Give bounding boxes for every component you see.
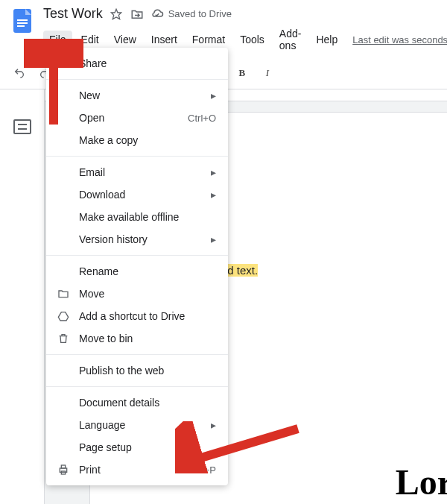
shortcut-text: Ctrl+O xyxy=(188,113,216,124)
menu-insert[interactable]: Insert xyxy=(145,31,183,48)
bold-button[interactable]: B xyxy=(232,63,253,84)
docs-logo[interactable] xyxy=(9,7,36,34)
menu-label: Language xyxy=(79,419,125,431)
menu-offline[interactable]: Make available offline xyxy=(46,206,228,228)
menu-label: Publish to the web xyxy=(79,365,164,377)
menu-label: Download xyxy=(79,189,125,201)
menu-label: Add a shortcut to Drive xyxy=(79,310,185,322)
menu-separator xyxy=(46,354,228,355)
saved-status[interactable]: Saved to Drive xyxy=(150,7,232,21)
menu-separator xyxy=(46,156,228,157)
menu-label: Make a copy xyxy=(79,134,138,146)
menu-separator xyxy=(46,255,228,256)
chevron-right-icon: ▸ xyxy=(211,189,216,201)
menu-email[interactable]: Email▸ xyxy=(46,161,228,183)
menu-help[interactable]: Help xyxy=(310,31,343,48)
svg-rect-2 xyxy=(17,22,28,24)
clipped-text: Lor xyxy=(396,462,447,503)
menu-label: Move xyxy=(79,288,104,300)
menu-view[interactable]: View xyxy=(108,31,142,48)
menu-make-copy[interactable]: Make a copy xyxy=(46,129,228,151)
move-folder-icon[interactable] xyxy=(130,7,145,22)
menu-doc-details[interactable]: Document details xyxy=(46,391,228,414)
document-title[interactable]: Test Work xyxy=(43,6,103,22)
cloud-icon xyxy=(150,7,164,21)
annotation-arrow-2 xyxy=(175,421,302,473)
left-sidebar xyxy=(0,89,45,504)
menu-version-history[interactable]: Version history▸ xyxy=(46,228,228,251)
menu-publish[interactable]: Publish to the web xyxy=(46,359,228,382)
menu-format[interactable]: Format xyxy=(186,31,231,48)
menu-label: Page setup xyxy=(79,441,132,453)
menu-download[interactable]: Download▸ xyxy=(46,183,228,206)
chevron-right-icon: ▸ xyxy=(211,166,216,178)
chevron-right-icon: ▸ xyxy=(211,89,216,101)
annotation-arrow-1 xyxy=(24,39,83,128)
menu-label: Print xyxy=(79,464,101,476)
saved-status-text: Saved to Drive xyxy=(168,8,232,19)
menu-move-to-bin[interactable]: Move to bin xyxy=(46,327,228,350)
last-edit-link[interactable]: Last edit was seconds ago xyxy=(352,34,447,45)
menu-add-shortcut[interactable]: Add a shortcut to Drive xyxy=(46,305,228,327)
title-row: Test Work Saved to Drive xyxy=(43,6,447,22)
menu-move[interactable]: Move xyxy=(46,283,228,305)
menu-rename[interactable]: Rename xyxy=(46,260,228,283)
italic-button[interactable]: I xyxy=(257,63,278,84)
menu-label: Version history xyxy=(79,233,148,245)
menu-label: Make available offline xyxy=(79,211,179,223)
menu-tools[interactable]: Tools xyxy=(234,31,270,48)
menu-separator xyxy=(46,386,228,387)
folder-icon xyxy=(57,288,70,300)
menu-label: Email xyxy=(79,166,105,178)
drive-shortcut-icon xyxy=(57,310,70,322)
menu-label: Move to bin xyxy=(79,333,133,344)
chevron-right-icon: ▸ xyxy=(211,233,216,245)
print-icon xyxy=(57,464,70,476)
svg-rect-1 xyxy=(17,19,28,21)
menu-label: Document details xyxy=(79,397,159,409)
svg-marker-4 xyxy=(111,9,121,19)
star-icon[interactable] xyxy=(109,7,124,22)
menu-addons[interactable]: Add-ons xyxy=(273,25,308,54)
trash-icon xyxy=(57,333,70,344)
menu-label: Rename xyxy=(79,265,118,277)
svg-rect-3 xyxy=(17,25,25,27)
svg-rect-6 xyxy=(61,465,65,468)
